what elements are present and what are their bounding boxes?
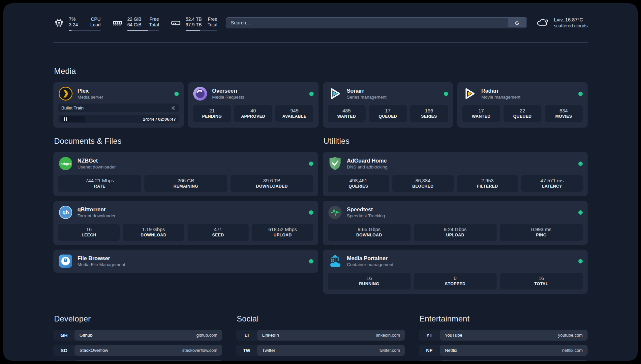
stat-tile: 39.6 TB DOWNLOADED — [230, 175, 313, 192]
dashboard-page: 7% 3.24 CPU Load — [3, 3, 638, 361]
status-dot — [174, 92, 179, 96]
link-stackoverflow[interactable]: SO StackOverflow stackoverflow.com — [53, 345, 222, 356]
card-title: Radarr — [481, 88, 521, 94]
search-provider-button[interactable]: G — [508, 18, 526, 27]
card-overseerr[interactable]: Overseerr Media Requests 21 PENDING 40 A… — [188, 82, 318, 128]
status-dot — [309, 162, 313, 166]
ram-icon — [112, 17, 123, 28]
card-plex[interactable]: Plex Media server Bullet Train — [53, 82, 184, 128]
card-subtitle: Torrent downloader — [77, 213, 116, 219]
stat-tile: 86,384 BLOCKED — [392, 175, 454, 192]
link-linkedin[interactable]: LI LinkedIn linkedin.com — [236, 330, 405, 341]
stat-tile: 834 MOVIES — [545, 105, 583, 122]
disk-stat: 52.4 TB 97.9 TB Free Total — [170, 16, 217, 31]
section-title-entertainment: Entertainment — [419, 314, 588, 323]
stat-tile: 196 SERIES — [410, 105, 448, 122]
stat-tile: 17 WANTED — [462, 105, 500, 122]
section-documents: Documents & Files nzbget — [53, 136, 318, 273]
link-youtube[interactable]: YT YouTube youtube.com — [419, 330, 588, 341]
pause-button[interactable] — [61, 116, 85, 122]
section-title-documents: Documents & Files — [54, 136, 318, 146]
gear-icon[interactable] — [171, 106, 176, 110]
disk-icon — [170, 17, 181, 28]
overseerr-icon — [193, 86, 207, 101]
card-portainer[interactable]: Media Portainer Container management 16 … — [323, 250, 588, 294]
stat-tile: 17 QUEUED — [369, 105, 407, 122]
disk-total-value: 97.9 TB — [186, 22, 202, 28]
speedtest-icon — [328, 205, 342, 220]
filebrowser-icon — [58, 254, 73, 268]
link-github[interactable]: GH Github github.com — [53, 330, 222, 341]
card-subtitle: Movie management — [481, 95, 521, 100]
svg-text:nzbget: nzbget — [61, 162, 71, 166]
disk-total-label: Total — [207, 22, 217, 28]
weather-location-temp: Lviv, 16.87°C — [554, 16, 588, 23]
search-input[interactable] — [226, 17, 527, 28]
stat-tile: 40 APPROVED — [234, 105, 272, 122]
card-subtitle: Media Requests — [212, 95, 244, 100]
playback-time: 24:44 / 02:06:47 — [143, 117, 176, 122]
stat-tile: 0.993 ms PING — [500, 224, 583, 241]
card-title: qBittorrent — [77, 206, 116, 213]
memory-stat: 22 GiB 64 GiB Free Total — [112, 16, 159, 31]
link-reddit[interactable]: RE Reddit reddit.com — [419, 360, 588, 361]
card-subtitle: Media server — [77, 95, 103, 100]
nzbget-icon: nzbget — [58, 156, 73, 171]
card-nzbget[interactable]: nzbget NZBGet Usenet downloader 74 — [53, 152, 318, 196]
stat-tile: 618.52 Mbps UPLOAD — [252, 224, 313, 241]
stat-tile: 16 LEECH — [58, 224, 120, 241]
cpu-usage-label: CPU — [90, 16, 101, 22]
svg-text:qb: qb — [62, 210, 69, 215]
stat-tile: 1.19 Gbps DOWNLOAD — [123, 224, 184, 241]
card-title: File Browser — [77, 255, 125, 261]
card-subtitle: Usenet downloader — [77, 165, 116, 170]
section-title-social: Social — [237, 314, 405, 323]
now-playing-title: Bullet Train — [61, 106, 84, 110]
stat-tile: 16 TOTAL — [500, 273, 583, 289]
section-title-developer: Developer — [54, 314, 222, 323]
cloud-icon — [536, 16, 550, 29]
card-speedtest[interactable]: Speedtest Speedtest Tracking 9.65 Gbps D… — [323, 201, 588, 245]
disk-free-value: 52.4 TB — [186, 16, 202, 22]
stat-tile: 498,461 QUERIES — [328, 175, 389, 192]
card-subtitle: DNS and adblocking — [347, 165, 387, 170]
card-filebrowser[interactable]: File Browser Media File Management — [53, 250, 318, 273]
ram-progress-bar — [127, 30, 159, 31]
stat-tile: 266 GB REMAINING — [144, 175, 227, 192]
card-title: Speedtest — [347, 206, 385, 213]
stat-tile: 945 AVAILABLE — [275, 105, 313, 122]
card-title: Media Portainer — [347, 255, 393, 261]
weather-widget: Lviv, 16.87°C scattered clouds — [536, 16, 588, 29]
sonarr-icon — [328, 86, 342, 101]
stat-tile: 0 STOPPED — [414, 273, 497, 289]
card-sonarr[interactable]: Sonarr Series management 485 WANTED 17 Q… — [323, 82, 453, 128]
stat-tile: 744.21 Mbps RATE — [58, 175, 141, 192]
status-dot — [578, 92, 583, 96]
status-dot — [309, 92, 314, 96]
card-title: AdGuard Home — [347, 158, 387, 164]
card-adguard[interactable]: AdGuard Home DNS and adblocking 498,461 … — [323, 152, 588, 196]
section-developer: Developer GH Github github.com SO StackO… — [53, 314, 222, 361]
card-subtitle: Media File Management — [77, 262, 125, 267]
status-dot — [578, 210, 583, 215]
card-subtitle: Speedtest Tracking — [347, 213, 385, 219]
plex-icon — [58, 86, 73, 101]
stat-tile: 47.571 ms LATENCY — [521, 175, 583, 192]
cpu-load-value: 3.24 — [69, 22, 78, 28]
ram-free-label: Free — [149, 16, 159, 22]
section-social: Social LI LinkedIn linkedin.com TW Twitt… — [236, 314, 405, 361]
qbittorrent-icon: qb — [58, 205, 73, 220]
adguard-icon — [328, 156, 342, 171]
status-dot — [578, 259, 583, 263]
card-title: Overseerr — [212, 88, 244, 94]
card-qbittorrent[interactable]: qb qBittorrent Torrent downloader — [53, 201, 318, 245]
radarr-icon — [462, 86, 477, 101]
card-subtitle: Container management — [347, 262, 393, 267]
cpu-stat: 7% 3.24 CPU Load — [53, 16, 101, 31]
card-radarr[interactable]: Radarr Movie management 17 WANTED 22 QUE… — [457, 82, 588, 128]
ram-total-label: Total — [149, 22, 159, 28]
stat-tile: 485 WANTED — [328, 105, 366, 122]
link-dev[interactable]: DT DEV dev.to — [53, 360, 222, 361]
link-netflix[interactable]: NF Netflix netflix.com — [419, 345, 588, 356]
link-twitter[interactable]: TW Twitter twitter.com — [236, 345, 405, 356]
